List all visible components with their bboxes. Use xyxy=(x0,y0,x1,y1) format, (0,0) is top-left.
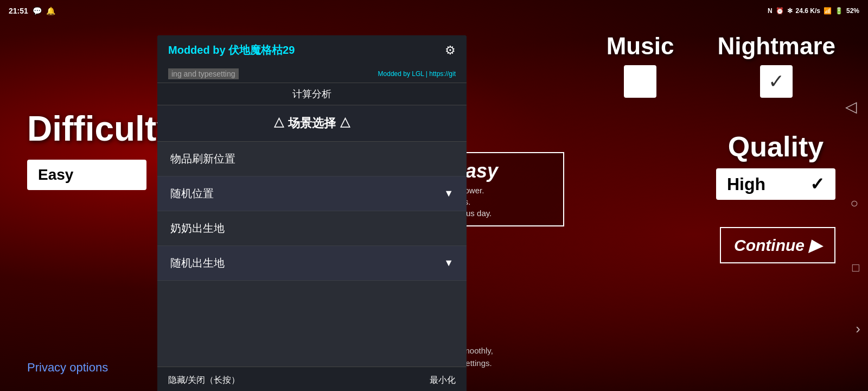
music-label: Music xyxy=(607,33,674,60)
desc-title: Easy xyxy=(452,160,557,182)
mod-hide-button[interactable]: 隐藏/关闭（长按） xyxy=(168,375,240,386)
mod-subtitle-left: ing and typesetting xyxy=(168,68,239,79)
nightmare-check-icon: ✓ xyxy=(768,70,784,93)
mod-title: Modded by 伏地魔格枯29 xyxy=(168,43,295,58)
bottom-description: run smoothly, ality settings. xyxy=(445,345,705,369)
dropdown-arrow-icon-3: ▼ xyxy=(444,257,454,269)
continue-label: Continue xyxy=(734,236,805,255)
music-checkbox[interactable] xyxy=(624,65,656,98)
difficulty-title: Difficulty xyxy=(27,109,176,149)
nav-back-icon[interactable]: ◁ xyxy=(845,98,857,116)
mod-menu-items: 物品刷新位置 随机位置 ▼ 奶奶出生地 随机出生地 ▼ xyxy=(157,142,467,367)
mod-item-2[interactable]: 奶奶出生地 xyxy=(157,211,467,246)
mod-subheader: ing and typesetting Modded by LGL | http… xyxy=(157,65,467,83)
alarm-icon: ⏰ xyxy=(776,7,784,15)
wifi-icon: 📶 xyxy=(824,7,832,15)
battery-icon: 🔋 xyxy=(835,7,843,15)
status-left: 21:51 💬 🔔 xyxy=(9,7,55,15)
nightmare-checkbox[interactable]: ✓ xyxy=(760,65,793,98)
mod-item-label-3: 随机出生地 xyxy=(170,256,225,270)
mod-item-1[interactable]: 随机位置 ▼ xyxy=(157,176,467,211)
top-options: Music Nightmare ✓ xyxy=(607,33,835,98)
gear-icon[interactable]: ⚙ xyxy=(445,43,456,58)
left-section: Difficulty Easy xyxy=(27,109,176,190)
wechat-icon: 💬 xyxy=(33,7,42,15)
quality-dropdown[interactable]: High ✓ xyxy=(716,168,835,200)
difficulty-dropdown[interactable]: Easy xyxy=(27,160,146,190)
mod-item-label-0: 物品刷新位置 xyxy=(170,152,235,166)
nav-forward-icon[interactable]: › xyxy=(856,320,860,337)
nav-square-icon[interactable]: □ xyxy=(852,261,859,275)
quality-value: High xyxy=(727,174,765,194)
nav-circle-icon[interactable]: ○ xyxy=(851,195,859,211)
status-right: N ⏰ ✻ 24.6 K/s 📶 🔋 52% xyxy=(768,7,859,15)
privacy-options[interactable]: Privacy options xyxy=(27,361,108,375)
right-section: Music Nightmare ✓ Quality High ✓ xyxy=(607,33,835,263)
data-speed: 24.6 K/s xyxy=(796,7,820,15)
music-option: Music xyxy=(607,33,674,98)
mod-item-label-1: 随机位置 xyxy=(170,186,214,201)
mod-chinese-header: 计算分析 xyxy=(157,83,467,105)
mod-subtitle-right: Modded by LGL | https://git xyxy=(378,70,456,78)
mod-section-title: △ 场景选择 △ xyxy=(157,105,467,142)
mod-panel: Modded by 伏地魔格枯29 ⚙ ing and typesetting … xyxy=(157,35,467,391)
time-display: 21:51 xyxy=(9,7,28,15)
quality-chevron-icon: ✓ xyxy=(810,174,825,194)
continue-button[interactable]: Continue ▶ xyxy=(720,227,835,263)
continue-arrow-icon: ▶ xyxy=(809,236,821,255)
bluetooth-icon: ✻ xyxy=(787,7,793,15)
nightmare-option: Nightmare ✓ xyxy=(717,33,835,98)
battery-percent: 52% xyxy=(846,7,859,15)
mod-header: Modded by 伏地魔格枯29 ⚙ xyxy=(157,35,467,65)
mod-item-0[interactable]: 物品刷新位置 xyxy=(157,142,467,176)
mod-footer: 隐藏/关闭（长按） 最小化 xyxy=(157,367,467,391)
mod-item-label-2: 奶奶出生地 xyxy=(170,221,225,236)
desc-text: it slower. oors. bonus day. xyxy=(452,185,557,219)
notification-icon: 🔔 xyxy=(46,7,55,15)
nightmare-label: Nightmare xyxy=(717,33,835,60)
mod-item-3[interactable]: 随机出生地 ▼ xyxy=(157,246,467,281)
dropdown-arrow-icon-1: ▼ xyxy=(444,188,454,199)
difficulty-value: Easy xyxy=(38,166,73,184)
status-bar: 21:51 💬 🔔 N ⏰ ✻ 24.6 K/s 📶 🔋 52% xyxy=(0,0,868,22)
quality-label: Quality xyxy=(728,130,824,163)
quality-section: Quality High ✓ xyxy=(716,130,835,200)
nfc-icon: N xyxy=(768,7,773,15)
mod-minimize-button[interactable]: 最小化 xyxy=(430,375,456,386)
